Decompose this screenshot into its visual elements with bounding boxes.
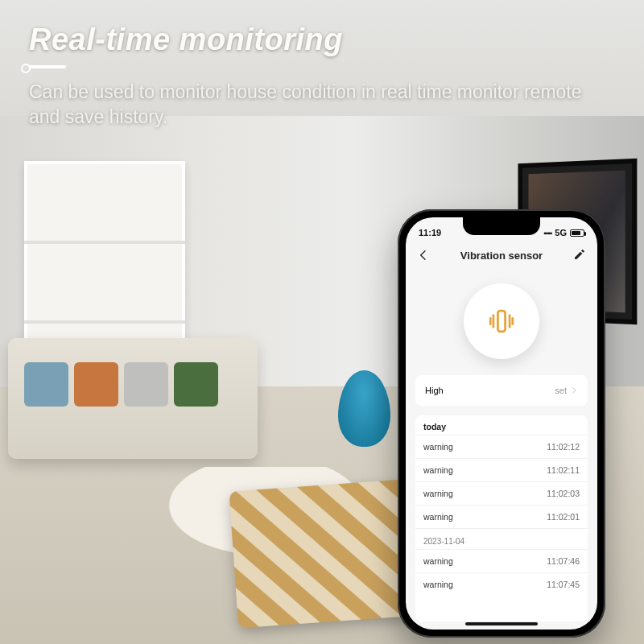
history-row[interactable]: warning 11:02:12	[415, 435, 588, 458]
sensitivity-value: set	[555, 386, 567, 395]
history-today-header: today	[415, 415, 588, 435]
history-row-time: 11:07:46	[547, 556, 580, 566]
title-underline	[29, 65, 66, 68]
app-nav-bar: Vibration sensor	[406, 242, 597, 269]
sensitivity-label: High	[425, 386, 444, 395]
back-button[interactable]	[415, 247, 431, 263]
phone-screen: 11:19 ▪▪▪▪ 5G Vibration sensor	[406, 217, 597, 630]
network-label: 5G	[555, 228, 567, 237]
edit-button[interactable]	[573, 248, 588, 262]
pillow-decoration	[24, 362, 68, 407]
history-row-label: warning	[423, 442, 453, 452]
history-row-time: 11:02:03	[547, 489, 580, 498]
history-row-label: warning	[423, 465, 453, 475]
history-row-time: 11:02:12	[547, 442, 580, 452]
phone-mockup: 11:19 ▪▪▪▪ 5G Vibration sensor	[398, 209, 605, 638]
vibration-icon	[484, 303, 519, 339]
svg-rect-0	[497, 311, 505, 332]
pillow-decoration	[174, 362, 218, 407]
pillow-decoration	[124, 362, 168, 407]
history-row-label: warning	[423, 556, 453, 566]
battery-icon	[570, 229, 584, 237]
history-row[interactable]: warning 11:02:03	[415, 481, 588, 505]
pencil-icon	[573, 248, 586, 261]
phone-notch	[463, 217, 540, 235]
sensitivity-row[interactable]: High set	[415, 375, 588, 406]
pillow-decoration	[74, 362, 118, 407]
chevron-right-icon	[570, 386, 578, 394]
history-row-time: 11:02:11	[547, 465, 580, 475]
history-row-time: 11:02:01	[547, 512, 580, 522]
history-row[interactable]: warning 11:07:45	[415, 572, 588, 596]
status-time: 11:19	[419, 228, 441, 237]
history-date-header: 2023-11-04	[415, 528, 588, 549]
hero-title: Real-time monitoring	[29, 23, 612, 57]
history-row-label: warning	[423, 580, 453, 589]
vase-decoration	[338, 370, 390, 447]
history-row-time: 11:07:45	[547, 580, 580, 589]
signal-icon: ▪▪▪▪	[543, 229, 551, 237]
screen-title: Vibration sensor	[460, 250, 543, 262]
history-row[interactable]: warning 11:02:01	[415, 505, 588, 528]
sensor-status-circle[interactable]	[464, 283, 539, 359]
history-row[interactable]: warning 11:02:11	[415, 458, 588, 481]
history-row[interactable]: warning 11:07:46	[415, 549, 588, 572]
chevron-left-icon	[417, 249, 430, 262]
hero-description: Can be used to monitor house condition i…	[29, 80, 612, 130]
history-panel: today warning 11:02:12 warning 11:02:11 …	[415, 415, 588, 621]
history-row-label: warning	[423, 489, 453, 498]
history-row-label: warning	[423, 512, 453, 522]
home-indicator[interactable]	[465, 622, 538, 625]
sofa	[8, 338, 258, 459]
sensor-status-hero	[406, 269, 597, 370]
